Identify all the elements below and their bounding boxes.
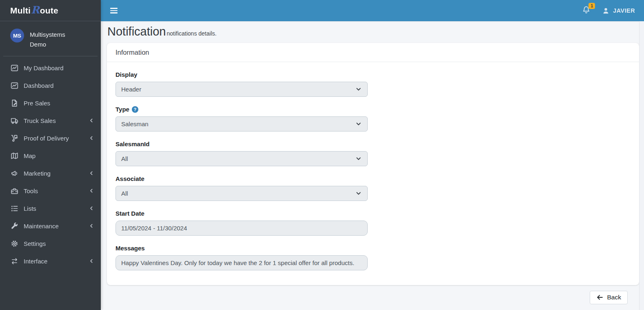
page-title: Notification <box>107 25 166 38</box>
brand-logo[interactable]: MultiRoute <box>0 0 101 21</box>
field-start-date: Start Date 11/05/2024 - 11/30/2024 <box>115 210 631 236</box>
field-messages: Messages Happy Valentines Day. Only for … <box>115 245 631 270</box>
start-date-input[interactable]: 11/05/2024 - 11/30/2024 <box>115 221 368 236</box>
sidebar-item-maintenance[interactable]: Maintenance <box>0 217 101 235</box>
card-header: Information <box>107 43 639 62</box>
hamburger-menu-icon[interactable] <box>110 7 118 15</box>
sidebar-item-tools[interactable]: Tools <box>0 182 101 200</box>
avatar: MS <box>10 29 24 42</box>
field-type: Type ? Salesman <box>115 106 631 132</box>
user-panel[interactable]: MS Multisystems Demo <box>3 21 98 56</box>
user-menu[interactable]: JAVIER <box>602 7 635 15</box>
list-icon <box>10 204 18 212</box>
salesmanid-label: SalesmanId <box>115 141 631 147</box>
wrench-icon <box>10 222 18 230</box>
sidebar-item-map[interactable]: Map <box>0 147 101 165</box>
bell-icon <box>582 9 591 16</box>
user-panel-name: Multisystems Demo <box>30 29 75 50</box>
chevron-left-icon <box>89 171 94 176</box>
chart-line-icon <box>10 64 18 72</box>
chevron-left-icon <box>89 136 94 141</box>
chevron-left-icon <box>89 223 94 228</box>
bullhorn-icon <box>10 169 18 177</box>
chevron-down-icon <box>355 86 362 92</box>
sidebar-item-dashboard[interactable]: Dashboard <box>0 77 101 94</box>
sidebar-menu: My Dashboard Dashboard Pre Sales Truck S… <box>0 56 101 273</box>
salesmanid-select[interactable]: All <box>115 151 368 166</box>
type-select[interactable]: Salesman <box>115 116 368 132</box>
brand-accent-r: R <box>31 5 40 15</box>
field-salesmanid: SalesmanId All <box>115 141 631 166</box>
sidebar: MultiRoute MS Multisystems Demo My Dashb… <box>0 0 101 310</box>
back-button[interactable]: Back <box>590 291 628 304</box>
page-subtitle: notifications details. <box>167 30 216 37</box>
help-question-icon[interactable]: ? <box>132 106 138 113</box>
type-label: Type ? <box>115 106 631 113</box>
dolly-icon <box>10 134 18 142</box>
associate-label: Associate <box>115 175 631 182</box>
sidebar-item-interface[interactable]: Interface <box>0 252 101 270</box>
scrollbar-track[interactable] <box>639 21 644 310</box>
file-pen-icon <box>10 99 18 107</box>
sidebar-item-truck-sales[interactable]: Truck Sales <box>0 112 101 129</box>
start-date-label: Start Date <box>115 210 631 217</box>
sidebar-item-marketing[interactable]: Marketing <box>0 165 101 182</box>
chevron-down-icon <box>355 121 362 127</box>
back-button-label: Back <box>607 294 621 301</box>
user-icon <box>602 7 610 15</box>
chevron-left-icon <box>89 206 94 211</box>
gear-icon <box>10 239 18 248</box>
chart-line-icon <box>10 81 18 89</box>
display-select[interactable]: Header <box>115 82 368 97</box>
notification-count-badge: 1 <box>588 3 595 9</box>
sidebar-item-pre-sales[interactable]: Pre Sales <box>0 94 101 112</box>
toolbox-icon <box>10 187 18 195</box>
arrow-left-icon <box>596 294 604 301</box>
display-label: Display <box>115 71 631 78</box>
field-display: Display Header <box>115 71 631 97</box>
sidebar-item-lists[interactable]: Lists <box>0 200 101 217</box>
exchange-icon <box>10 257 18 265</box>
chevron-left-icon <box>89 259 94 263</box>
chevron-left-icon <box>89 118 94 123</box>
username-label: JAVIER <box>613 7 635 14</box>
messages-input[interactable]: Happy Valentines Day. Only for today we … <box>115 255 368 270</box>
chevron-down-icon <box>355 190 362 196</box>
map-icon <box>10 152 18 160</box>
content-area: Notification notifications details. Info… <box>101 0 644 304</box>
chevron-left-icon <box>89 188 94 193</box>
brand-suffix: oute <box>40 6 58 16</box>
sidebar-item-proof-of-delivery[interactable]: Proof of Delivery <box>0 129 101 147</box>
messages-label: Messages <box>115 245 631 252</box>
sidebar-item-settings[interactable]: Settings <box>0 235 101 252</box>
page-head: Notification notifications details. <box>107 24 639 43</box>
notifications-bell[interactable]: 1 <box>582 6 591 16</box>
card-body: Display Header Type ? Salesman SalesmanI… <box>107 62 639 285</box>
footer-actions: Back <box>107 285 639 304</box>
information-card: Information Display Header Type ? Salesm… <box>107 43 639 285</box>
truck-icon <box>10 116 18 125</box>
chevron-down-icon <box>355 156 362 162</box>
field-associate: Associate All <box>115 175 631 201</box>
top-navbar: 1 JAVIER <box>101 0 644 21</box>
sidebar-item-my-dashboard[interactable]: My Dashboard <box>0 59 101 77</box>
associate-select[interactable]: All <box>115 186 368 201</box>
brand-prefix: Multi <box>10 6 31 16</box>
